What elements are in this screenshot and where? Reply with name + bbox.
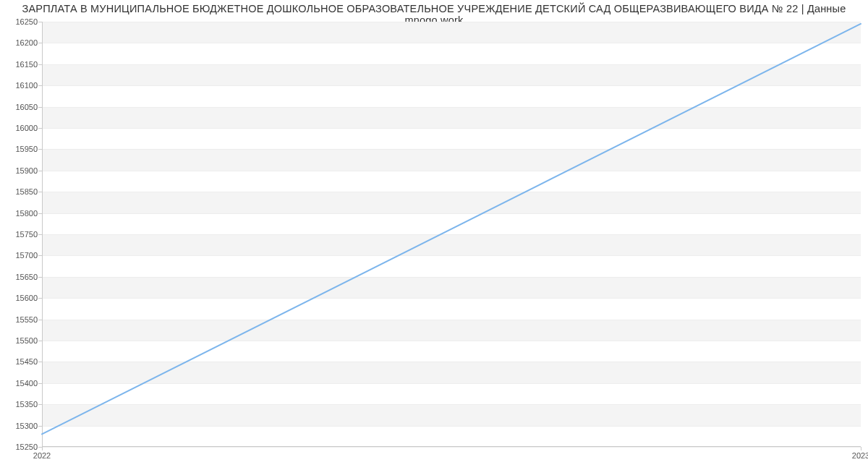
y-tick-label: 16250 [4,17,38,26]
y-tick-label: 15600 [4,294,38,302]
y-tick [38,22,42,22]
x-tick [42,447,43,450]
y-tick-label: 15850 [4,187,38,196]
y-tick [38,43,42,43]
y-tick-label: 15400 [4,379,38,388]
y-tick-label: 16000 [4,124,38,132]
y-tick-label: 15950 [4,145,38,153]
y-tick [38,298,42,299]
y-tick [38,64,42,65]
y-tick-label: 15350 [4,400,38,409]
y-tick [38,341,42,341]
y-tick-label: 15800 [4,209,38,218]
y-tick-label: 15750 [4,230,38,239]
y-gridline [42,447,861,448]
y-tick [38,149,42,150]
line-series-svg [42,22,861,447]
x-tick-label: 2022 [33,451,51,460]
y-tick [38,128,42,129]
y-tick [38,426,42,427]
y-tick-label: 16100 [4,81,38,90]
y-tick [38,362,42,362]
x-tick [861,447,861,450]
y-tick-label: 15550 [4,315,38,324]
y-tick [38,383,42,384]
y-tick-label: 15450 [4,357,38,366]
y-tick [38,277,42,278]
x-tick-label: 2023 [852,451,868,460]
y-tick-label: 15500 [4,336,38,345]
y-tick [38,404,42,405]
y-tick [38,171,42,171]
y-tick-label: 15700 [4,251,38,260]
y-tick [38,192,42,192]
y-tick [38,255,42,256]
y-tick-label: 15250 [4,443,38,451]
y-tick-label: 15900 [4,166,38,175]
y-tick-label: 15300 [4,422,38,430]
y-tick-label: 16200 [4,38,38,47]
y-tick [38,85,42,86]
series-line [42,24,861,434]
y-tick [38,234,42,235]
y-tick [38,107,42,108]
y-tick [38,213,42,214]
y-tick [38,320,42,320]
plot-area [42,22,861,447]
y-tick-label: 15650 [4,273,38,281]
y-tick-label: 16150 [4,60,38,69]
y-tick-label: 16050 [4,103,38,111]
chart-container: ЗАРПЛАТА В МУНИЦИПАЛЬНОЕ БЮДЖЕТНОЕ ДОШКО… [0,0,868,470]
